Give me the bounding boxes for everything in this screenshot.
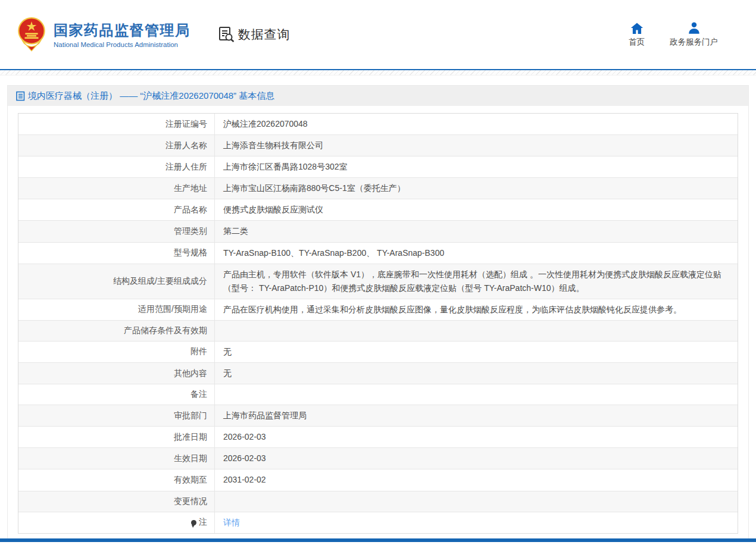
row-label: 生产地址 bbox=[18, 178, 215, 199]
table-row: 结构及组成/主要组成成分产品由主机，专用软件（软件版本 V1），底座腕带和一次性… bbox=[18, 264, 738, 299]
table-row: 备注 bbox=[18, 384, 738, 405]
table-row: 注册人名称上海添音生物科技有限公司 bbox=[18, 135, 738, 156]
data-query-section[interactable]: 数据查询 bbox=[218, 26, 290, 43]
row-value: 无 bbox=[215, 342, 738, 362]
table-row: 生产地址上海市宝山区江杨南路880号C5-1室（委托生产） bbox=[18, 178, 738, 199]
detail-link[interactable]: 详情 bbox=[223, 516, 240, 530]
table-row: 有效期至2031-02-02 bbox=[18, 469, 738, 491]
table-row: 其他内容无 bbox=[18, 363, 738, 384]
row-label: 结构及组成/主要组成成分 bbox=[18, 264, 215, 299]
row-value bbox=[215, 384, 738, 405]
row-value: 2026-02-03 bbox=[215, 427, 738, 447]
row-label: 注册证编号 bbox=[18, 114, 215, 134]
row-label: 管理类别 bbox=[18, 221, 215, 242]
document-icon bbox=[16, 91, 25, 101]
table-row: 适用范围/预期用途产品在医疗机构使用，通过采集和分析皮肤烟酸反应图像，量化皮肤烟… bbox=[18, 299, 738, 321]
page-title-bar: 境内医疗器械（注册） —— “沪械注准20262070048” 基本信息 bbox=[8, 86, 748, 106]
org-name-en: National Medical Products Administration bbox=[54, 41, 190, 48]
user-icon bbox=[688, 21, 701, 35]
row-value: 上海添音生物科技有限公司 bbox=[215, 135, 738, 156]
table-row: 型号规格TY-AraSnap-B100、TY-AraSnap-B200、 TY-… bbox=[18, 243, 738, 264]
site-header: 国家药品监督管理局 National Medical Products Admi… bbox=[0, 0, 756, 69]
row-value: TY-AraSnap-B100、TY-AraSnap-B200、 TY-AraS… bbox=[215, 243, 738, 264]
row-value bbox=[215, 491, 738, 512]
row-value: 产品在医疗机构使用，通过采集和分析皮肤烟酸反应图像，量化皮肤烟酸反应程度，为临床… bbox=[215, 299, 738, 320]
row-label: 有效期至 bbox=[18, 469, 215, 490]
header-nav: 首页 政务服务门户 bbox=[629, 21, 718, 48]
row-label: 注册人住所 bbox=[18, 156, 215, 177]
home-icon bbox=[630, 21, 643, 35]
nav-portal-label: 政务服务门户 bbox=[670, 37, 718, 48]
row-label: 附件 bbox=[18, 342, 215, 362]
row-label: 备注 bbox=[18, 384, 215, 405]
row-label: 生效日期 bbox=[18, 448, 215, 469]
note-pin-icon bbox=[191, 520, 196, 525]
table-row: 产品名称便携式皮肤烟酸反应测试仪 bbox=[18, 199, 738, 221]
row-label: 审批部门 bbox=[18, 405, 215, 426]
row-value: 2031-02-02 bbox=[215, 469, 738, 490]
row-value: 上海市徐汇区番禺路1028号302室 bbox=[215, 156, 738, 177]
table-row: 生效日期2026-02-03 bbox=[18, 448, 738, 469]
page: 国家药品监督管理局 National Medical Products Admi… bbox=[0, 0, 756, 545]
brand[interactable]: 国家药品监督管理局 National Medical Products Admi… bbox=[18, 17, 190, 52]
row-value: 2026-02-03 bbox=[215, 448, 738, 469]
row-value: 上海市药品监督管理局 bbox=[215, 405, 738, 426]
row-label: 适用范围/预期用途 bbox=[18, 299, 215, 320]
info-table: 注册证编号沪械注准20262070048注册人名称上海添音生物科技有限公司注册人… bbox=[18, 113, 738, 534]
table-row: 附件无 bbox=[18, 342, 738, 363]
table-row: 变更情况 bbox=[18, 491, 738, 512]
nav-home[interactable]: 首页 bbox=[629, 21, 645, 48]
table-row: 审批部门上海市药品监督管理局 bbox=[18, 405, 738, 427]
row-value bbox=[215, 321, 738, 341]
content-panel: 境内医疗器械（注册） —— “沪械注准20262070048” 基本信息 注册证… bbox=[7, 85, 749, 541]
table-row: 管理类别第二类 bbox=[18, 221, 738, 242]
data-query-label: 数据查询 bbox=[238, 26, 290, 43]
table-row: 注册人住所上海市徐汇区番禺路1028号302室 bbox=[18, 156, 738, 178]
data-query-icon bbox=[218, 26, 235, 43]
table-row: 注册证编号沪械注准20262070048 bbox=[18, 114, 738, 135]
table-row: 产品储存条件及有效期 bbox=[18, 321, 738, 342]
row-value: 便携式皮肤烟酸反应测试仪 bbox=[215, 199, 738, 220]
nav-home-label: 首页 bbox=[629, 37, 645, 48]
table-row: 批准日期2026-02-03 bbox=[18, 427, 738, 448]
nmpa-emblem-logo bbox=[18, 17, 45, 52]
row-label: 变更情况 bbox=[18, 491, 215, 512]
row-label: 注册人名称 bbox=[18, 135, 215, 156]
row-value: 产品由主机，专用软件（软件版本 V1），底座腕带和一次性使用耗材（选配）组成 。… bbox=[215, 264, 738, 299]
row-value: 上海市宝山区江杨南路880号C5-1室（委托生产） bbox=[215, 178, 738, 199]
row-label: 型号规格 bbox=[18, 243, 215, 264]
row-label: 批准日期 bbox=[18, 427, 215, 447]
row-label: 其他内容 bbox=[18, 363, 215, 384]
brand-text: 国家药品监督管理局 National Medical Products Admi… bbox=[54, 21, 190, 48]
page-title: 境内医疗器械（注册） —— “沪械注准20262070048” 基本信息 bbox=[28, 90, 274, 102]
info-table-body: 注册证编号沪械注准20262070048注册人名称上海添音生物科技有限公司注册人… bbox=[18, 114, 738, 533]
row-label: 产品名称 bbox=[18, 199, 215, 220]
row-value: 沪械注准20262070048 bbox=[215, 114, 738, 134]
row-value: 无 bbox=[215, 363, 738, 384]
row-value: 第二类 bbox=[215, 221, 738, 242]
table-row: 注详情 bbox=[18, 512, 738, 533]
org-name-cn: 国家药品监督管理局 bbox=[54, 21, 190, 39]
nav-portal[interactable]: 政务服务门户 bbox=[670, 21, 718, 48]
row-label: 注 bbox=[18, 512, 215, 533]
row-label: 产品储存条件及有效期 bbox=[18, 321, 215, 341]
row-value: 详情 bbox=[215, 512, 738, 533]
hatch-strip bbox=[0, 70, 756, 76]
footer-bar bbox=[0, 538, 756, 542]
